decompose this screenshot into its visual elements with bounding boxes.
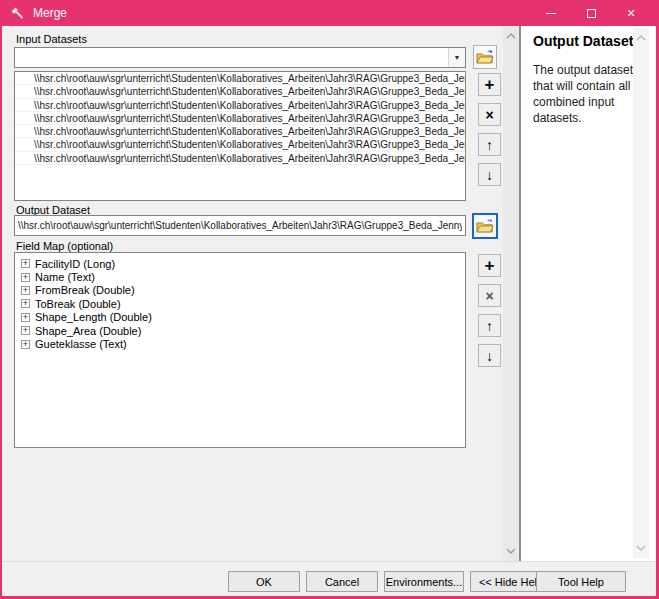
field-map-item[interactable]: + Shape_Area (Double) [15, 324, 465, 337]
input-dataset-row[interactable]: \\hsr.ch\root\auw\sgr\unterricht\Student… [15, 99, 465, 112]
expand-icon[interactable]: + [21, 259, 30, 268]
tool-help-button[interactable]: Tool Help [536, 571, 626, 592]
field-map-tree[interactable]: + FacilityID (Long) + Name (Text) + From… [14, 252, 466, 448]
field-map-item[interactable]: + ToBreak (Double) [15, 297, 465, 310]
move-field-down-button[interactable]: ↓ [478, 344, 501, 367]
output-dataset-field[interactable] [14, 215, 466, 236]
input-dataset-row[interactable]: \\hsr.ch\root\auw\sgr\unterricht\Student… [15, 112, 465, 125]
scroll-up-icon[interactable] [503, 28, 519, 44]
expand-icon[interactable]: + [21, 326, 30, 335]
field-map-item-label: FromBreak (Double) [35, 284, 135, 296]
open-folder-icon [476, 50, 494, 65]
input-datasets-label: Input Datasets [16, 33, 87, 45]
title-bar[interactable]: Merge × [0, 0, 659, 26]
input-dataset-row[interactable]: \\hsr.ch\root\auw\sgr\unterricht\Student… [15, 152, 465, 165]
maximize-icon [587, 9, 596, 18]
expand-icon[interactable]: + [21, 313, 30, 322]
minimize-icon [546, 13, 556, 14]
output-browse-button[interactable] [472, 213, 498, 239]
input-dataset-row[interactable]: \\hsr.ch\root\auw\sgr\unterricht\Student… [15, 85, 465, 98]
field-map-item-label: Name (Text) [35, 271, 95, 283]
environments-button[interactable]: Environments... [384, 571, 464, 592]
cancel-button[interactable]: Cancel [306, 571, 378, 592]
expand-icon[interactable]: + [21, 340, 30, 349]
dialog-footer: OK Cancel Environments... << Hide Help T… [2, 561, 656, 596]
add-field-button[interactable]: + [478, 254, 501, 277]
help-panel-scrollbar[interactable] [633, 28, 649, 558]
scroll-up-icon[interactable] [633, 30, 649, 46]
add-input-button[interactable]: + [478, 73, 501, 96]
open-folder-icon [476, 219, 494, 234]
field-map-item-label: FacilityID (Long) [35, 258, 115, 270]
input-dataset-row[interactable]: \\hsr.ch\root\auw\sgr\unterricht\Student… [15, 72, 465, 85]
input-dataset-row[interactable]: \\hsr.ch\root\auw\sgr\unterricht\Student… [15, 138, 465, 151]
help-heading: Output Dataset [533, 33, 633, 49]
geoprocessing-hammer-icon [9, 5, 25, 21]
field-map-item-label: Shape_Length (Double) [35, 311, 152, 323]
field-map-item-label: Gueteklasse (Text) [35, 338, 127, 350]
close-icon: × [627, 6, 635, 20]
minimize-button[interactable] [531, 0, 571, 26]
input-datasets-combobox[interactable]: ▼ [14, 47, 466, 68]
merge-dialog-window: Merge × Input Datasets ▼ \\hsr.ch\root\a… [0, 0, 659, 599]
help-panel: Output Dataset The output dataset that w… [521, 26, 656, 561]
window-title: Merge [33, 6, 67, 20]
expand-icon[interactable]: + [21, 299, 30, 308]
input-browse-button[interactable] [473, 45, 497, 69]
scroll-down-icon[interactable] [503, 543, 519, 559]
move-input-down-button[interactable]: ↓ [478, 163, 501, 186]
field-map-item[interactable]: + Gueteklasse (Text) [15, 337, 465, 350]
form-panel-scrollbar[interactable] [503, 26, 519, 561]
help-body-text: The output dataset that will contain all… [533, 62, 637, 126]
titlebar-controls: × [531, 0, 651, 26]
field-map-label: Field Map (optional) [16, 240, 113, 252]
expand-icon[interactable]: + [21, 273, 30, 282]
chevron-down-icon[interactable]: ▼ [448, 48, 465, 67]
maximize-button[interactable] [571, 0, 611, 26]
field-map-item-label: ToBreak (Double) [35, 298, 121, 310]
input-dataset-row[interactable]: \\hsr.ch\root\auw\sgr\unterricht\Student… [15, 125, 465, 138]
field-map-item[interactable]: + Shape_Length (Double) [15, 311, 465, 324]
input-datasets-list[interactable]: \\hsr.ch\root\auw\sgr\unterricht\Student… [14, 71, 466, 201]
move-input-up-button[interactable]: ↑ [478, 133, 501, 156]
ok-button[interactable]: OK [228, 571, 300, 592]
remove-field-button[interactable]: × [478, 284, 501, 307]
field-map-item-label: Shape_Area (Double) [35, 325, 141, 337]
field-map-item[interactable]: + FacilityID (Long) [15, 257, 465, 270]
input-datasets-combo-input[interactable] [15, 48, 448, 67]
move-field-up-button[interactable]: ↑ [478, 314, 501, 337]
remove-input-button[interactable]: × [478, 103, 501, 126]
scroll-down-icon[interactable] [633, 540, 649, 556]
merge-form-panel: Input Datasets ▼ \\hsr.ch\root\auw\sgr\u… [2, 26, 503, 561]
close-button[interactable]: × [611, 0, 651, 26]
expand-icon[interactable]: + [21, 286, 30, 295]
field-map-item[interactable]: + FromBreak (Double) [15, 284, 465, 297]
field-map-item[interactable]: + Name (Text) [15, 270, 465, 283]
